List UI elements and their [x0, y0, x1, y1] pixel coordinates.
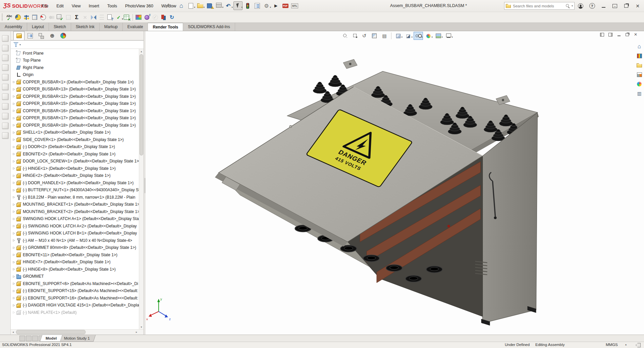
- tag-icon[interactable]: [636, 343, 641, 347]
- resources-home-icon[interactable]: [636, 43, 643, 50]
- custom-properties-icon[interactable]: [636, 90, 643, 97]
- docked-tool-icon[interactable]: [2, 132, 9, 139]
- edit-appearance-icon[interactable]: [424, 32, 433, 40]
- zoom-area-icon[interactable]: [350, 32, 359, 40]
- assembly-visualization-icon[interactable]: [47, 13, 56, 21]
- menu-item[interactable]: PhotoView 360: [121, 0, 157, 12]
- expand-icon[interactable]: [12, 217, 16, 220]
- tree-item[interactable]: (-) GROMMET 80mm<8> (Default<<Default>_D…: [11, 244, 139, 252]
- tree-item[interactable]: COPPER_BUSBAR<12> (Default<<Default>_Dis…: [11, 93, 139, 100]
- geometry-analysis-icon[interactable]: [64, 13, 72, 21]
- minimize-icon[interactable]: [599, 2, 608, 10]
- tree-item[interactable]: DOOR_LOCK_SCREW<1> (Default<<Default>_Di…: [11, 158, 139, 165]
- tree-item[interactable]: (-) HINGE<8> (Default<<Default>_Display …: [11, 266, 139, 273]
- units-selector[interactable]: MMGS: [606, 343, 618, 347]
- doc-minimize-icon[interactable]: [616, 32, 622, 37]
- tree-item[interactable]: EBONITE<2> (Default<<Default>_Display St…: [11, 150, 139, 158]
- expand-icon[interactable]: [12, 124, 16, 127]
- display-style-icon[interactable]: [404, 32, 413, 40]
- search-input[interactable]: [512, 4, 564, 8]
- expand-icon[interactable]: [12, 174, 16, 177]
- scroll-down-icon[interactable]: ▼: [139, 325, 144, 329]
- expand-icon[interactable]: [12, 253, 16, 256]
- tree-item[interactable]: (-) EBONITE_SUPPORT<16> (Default<As Mach…: [11, 294, 139, 302]
- menu-item[interactable]: File: [38, 0, 52, 12]
- first-tab-icon[interactable]: [19, 336, 25, 341]
- tree-item[interactable]: COPPER_BUSBAR<1> (Default<<Default>_Disp…: [11, 78, 139, 86]
- expand-icon[interactable]: [12, 239, 16, 242]
- ribbon-tab[interactable]: Assembly: [0, 23, 27, 31]
- expand-icon[interactable]: [12, 131, 16, 134]
- document-tab[interactable]: Model: [40, 335, 63, 342]
- featuremanager-design-tree-tab[interactable]: [13, 31, 24, 40]
- equations-icon[interactable]: [72, 13, 81, 21]
- pane-right-icon[interactable]: [607, 32, 613, 37]
- expand-icon[interactable]: [12, 275, 16, 278]
- tree-item[interactable]: EBONITE_SUPPORT<6> (Default<As Machined>…: [11, 280, 139, 287]
- recall-last-render-icon[interactable]: [168, 13, 176, 21]
- sensor-icon[interactable]: [31, 13, 39, 21]
- expand-icon[interactable]: [12, 160, 16, 163]
- tree-item[interactable]: MOUNTING_BRACKET<1> (Default<<Default>_D…: [11, 201, 139, 208]
- tree-item[interactable]: (-) B18.22M - Plain washer, 8 mm, narrow…: [11, 194, 139, 201]
- expand-icon[interactable]: [12, 232, 16, 235]
- tree-item[interactable]: COPPER_BUSBAR<17> (Default<<Default>_Dis…: [11, 115, 139, 122]
- expand-icon[interactable]: [12, 102, 16, 105]
- tree-item[interactable]: COPPER_BUSBAR<13> (Default<<Default>_Dis…: [11, 86, 139, 93]
- performance-evaluation-icon[interactable]: [39, 13, 47, 21]
- new-document-icon[interactable]: [186, 2, 195, 10]
- docked-tool-icon[interactable]: [2, 55, 9, 61]
- expand-icon[interactable]: [12, 203, 16, 206]
- expand-icon[interactable]: [12, 296, 16, 299]
- expand-icon[interactable]: [12, 145, 16, 148]
- expand-icon[interactable]: [12, 138, 16, 141]
- pin-menu-icon[interactable]: [165, 3, 170, 8]
- thickness-analysis-icon[interactable]: [98, 13, 106, 21]
- expand-icon[interactable]: [12, 109, 16, 112]
- options-gear-icon[interactable]: [262, 2, 271, 10]
- expand-icon[interactable]: [12, 246, 16, 249]
- expand-icon[interactable]: [12, 224, 16, 227]
- docked-tool-icon[interactable]: [2, 64, 9, 71]
- symmetry-check-icon[interactable]: [89, 13, 98, 21]
- check-active-document-icon[interactable]: [56, 13, 64, 21]
- expand-icon[interactable]: [12, 189, 16, 192]
- tree-item[interactable]: GROMMET: [11, 273, 139, 280]
- render-region-icon[interactable]: [143, 13, 151, 21]
- ribbon-tab[interactable]: Sketch: [49, 23, 71, 31]
- docked-tool-icon[interactable]: [2, 35, 9, 42]
- units-dropdown-icon[interactable]: ▴: [625, 343, 627, 346]
- rebuild-traffic-light-icon[interactable]: [244, 2, 252, 10]
- close-icon[interactable]: [633, 2, 642, 10]
- expand-icon[interactable]: [12, 210, 16, 213]
- tree-item[interactable]: (-) SWINGING HOOK LATCH A<2> (Default<<D…: [11, 222, 139, 230]
- print-icon[interactable]: [215, 2, 223, 10]
- scroll-left-icon[interactable]: ◂: [11, 330, 15, 335]
- tree-item[interactable]: (-) BUTTERFLY_NUT<1> (94300A340<<94300A3…: [11, 187, 139, 194]
- tree-item[interactable]: SIDE_COVER<1> (Default<<Default>_Display…: [11, 136, 139, 143]
- scrollbar-thumb[interactable]: [140, 54, 143, 155]
- tree-item[interactable]: (-) EBONITE_SUPPORT<15> (Default<As Mach…: [11, 287, 139, 295]
- expand-icon[interactable]: [12, 181, 16, 184]
- configurationmanager-tab[interactable]: [36, 31, 47, 40]
- menu-item[interactable]: Insert: [85, 0, 103, 12]
- search-icon[interactable]: [566, 4, 570, 8]
- docked-tool-icon[interactable]: [2, 84, 9, 90]
- mass-properties-icon[interactable]: [22, 13, 31, 21]
- integrated-preview-icon[interactable]: [134, 13, 143, 21]
- menu-item[interactable]: Edit: [52, 0, 68, 12]
- docked-tool-icon[interactable]: [2, 123, 9, 129]
- spell-checker-icon[interactable]: [5, 13, 14, 21]
- tree-item[interactable]: (-) DOOR_HANDLE<1> (Default<<Default>_Di…: [11, 179, 139, 187]
- expand-icon[interactable]: [12, 289, 16, 292]
- span-displays-icon[interactable]: [610, 2, 619, 10]
- open-icon[interactable]: [196, 2, 204, 10]
- expand-icon[interactable]: [12, 152, 16, 155]
- tree-item[interactable]: Front Plane: [11, 50, 139, 57]
- expand-icon[interactable]: [12, 261, 16, 264]
- expand-icon[interactable]: [12, 80, 16, 83]
- expand-icon[interactable]: [12, 95, 16, 98]
- dimxpertmanager-tab[interactable]: [47, 31, 58, 40]
- docked-tool-icon[interactable]: [2, 103, 9, 110]
- ribbon-tab[interactable]: Sketch Ink: [71, 23, 100, 31]
